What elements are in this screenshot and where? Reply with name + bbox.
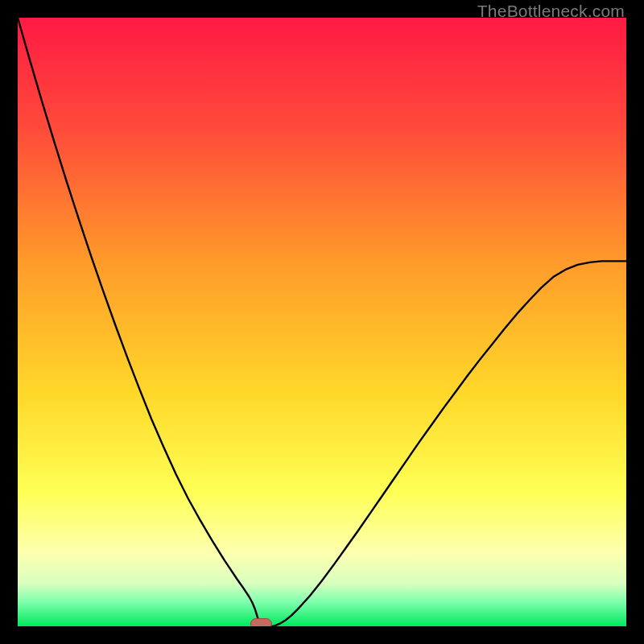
watermark-text: TheBottleneck.com [477,2,625,21]
optimal-point-marker [250,619,271,627]
gradient-background [18,18,626,626]
bottleneck-chart [18,18,626,626]
chart-frame [18,18,626,626]
